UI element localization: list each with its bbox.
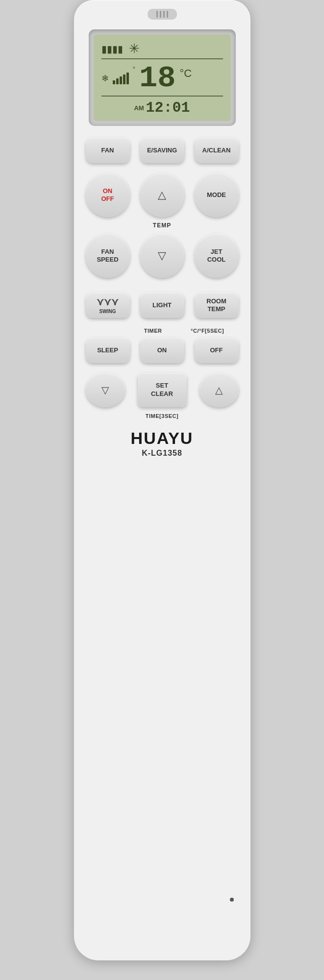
brand-section: HUAYU K-LG1358 xyxy=(131,429,194,458)
brand-model: K-LG1358 xyxy=(142,449,182,458)
button-row-4: ⋎⋎⋎ SWING LIGHT ROOMTEMP xyxy=(74,293,250,325)
fan-icon: ❄ xyxy=(101,73,109,84)
lcd-screen: ▮▮▮▮ ✳ ❄ ° 18 °C AM 12:01 xyxy=(94,34,231,121)
timer-label-center: TIMER xyxy=(144,328,162,334)
remote-top xyxy=(74,0,250,24)
temperature-display: 18 xyxy=(139,63,175,94)
swing-rays-icon: ⋎⋎⋎ xyxy=(97,296,119,308)
cf-label: °C/°F[5SEC] xyxy=(191,328,224,334)
time-up-button[interactable]: △ xyxy=(199,373,239,407)
speaker-grill xyxy=(148,9,177,20)
timer-on-button[interactable]: ON xyxy=(140,338,184,363)
jet-cool-button[interactable]: JETCOOL xyxy=(195,234,239,278)
on-off-button[interactable]: ONOFF xyxy=(86,173,130,217)
brand-name: HUAYU xyxy=(131,429,194,448)
time-down-button[interactable]: ▽ xyxy=(86,373,125,407)
snowflake-icon: ✳ xyxy=(129,41,140,56)
time-3sec-label: TIME[3SEC] xyxy=(146,413,178,419)
battery-icon: ▮▮▮▮ xyxy=(101,43,123,55)
lcd-bottom-row: AM 12:01 xyxy=(101,96,223,116)
button-row-3: FANSPEED ▽ JETCOOL xyxy=(74,234,250,285)
ampm-display: AM xyxy=(134,104,144,112)
sleep-button[interactable]: SLEEP xyxy=(86,338,130,363)
button-row-6: ▽ SETCLEAR △ xyxy=(74,373,250,414)
timer-off-button[interactable]: OFF xyxy=(195,338,239,363)
temp-circle-icon: ° xyxy=(133,65,136,73)
fan-button[interactable]: FAN xyxy=(86,138,130,163)
remote-control: ▮▮▮▮ ✳ ❄ ° 18 °C AM 12:01 xyxy=(74,0,250,960)
temp-down-button[interactable]: ▽ xyxy=(140,234,184,278)
celsius-label: °C xyxy=(180,67,192,80)
button-row-5: SLEEP ON OFF xyxy=(74,336,250,370)
a-clean-button[interactable]: A/CLEAN xyxy=(195,138,239,163)
lcd-mid-row: ❄ ° 18 °C xyxy=(101,59,223,96)
temp-up-button[interactable]: △ xyxy=(140,173,184,217)
e-saving-button[interactable]: E/SAVING xyxy=(140,138,184,163)
fan-bars xyxy=(113,73,129,84)
swing-button[interactable]: ⋎⋎⋎ SWING xyxy=(86,293,130,318)
button-row-2: ONOFF △ MODE xyxy=(74,173,250,224)
swing-label: SWING xyxy=(100,309,116,315)
room-temp-button[interactable]: ROOMTEMP xyxy=(195,293,239,318)
lcd-top-row: ▮▮▮▮ ✳ xyxy=(101,41,223,59)
set-clear-button[interactable]: SETCLEAR xyxy=(138,373,187,407)
time-display: 12:01 xyxy=(146,99,190,116)
timer-label-row: TIMER °C/°F[5SEC] xyxy=(74,328,250,334)
dot-indicator xyxy=(230,898,234,902)
swing-icon-container: ⋎⋎⋎ SWING xyxy=(97,296,119,315)
temp-label: TEMP xyxy=(153,222,171,229)
lcd-display: ▮▮▮▮ ✳ ❄ ° 18 °C AM 12:01 xyxy=(89,29,236,126)
fan-speed-button[interactable]: FANSPEED xyxy=(86,234,130,278)
button-row-1: FAN E/SAVING A/CLEAN xyxy=(74,138,250,170)
light-button[interactable]: LIGHT xyxy=(140,293,184,318)
mode-button[interactable]: MODE xyxy=(195,173,239,217)
